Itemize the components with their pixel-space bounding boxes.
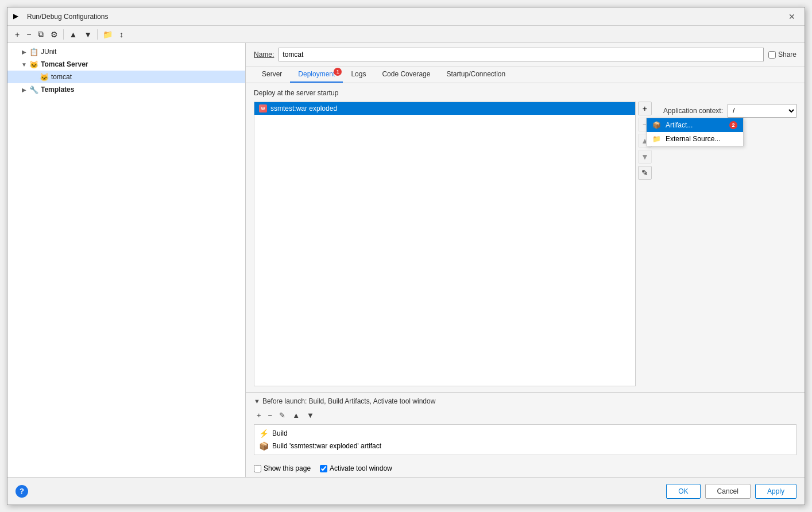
edit-artifact-button[interactable]: ✎ — [638, 166, 652, 180]
sidebar-item-tomcat[interactable]: 🐱 tomcat — [7, 71, 245, 83]
bl-up-button[interactable]: ▲ — [289, 410, 303, 421]
name-input[interactable] — [279, 48, 764, 61]
before-launch-toggle[interactable]: ▼ — [254, 398, 260, 405]
sidebar-item-label: Tomcat Server — [41, 60, 88, 68]
add-artifact-dropdown: 📦 Artifact... 2 📁 External Source... — [646, 118, 744, 146]
add-config-button[interactable]: + — [12, 28, 22, 41]
help-button[interactable]: ? — [16, 485, 28, 498]
artifact-item[interactable]: W ssmtest:war exploded — [254, 102, 635, 115]
dialog-icon: ▶ — [13, 12, 22, 21]
expand-arrow-tomcat: ▼ — [20, 60, 28, 68]
share-checkbox-label[interactable]: Share — [768, 51, 796, 59]
name-label: Name: — [254, 51, 274, 59]
bl-add-button[interactable]: + — [254, 410, 264, 421]
run-debug-configurations-dialog: ▶ Run/Debug Configurations ✕ + − ⧉ ⚙ ▲ ▼… — [7, 7, 805, 505]
app-context-label: Application context: — [663, 107, 723, 115]
external-source-menu-item[interactable]: 📁 External Source... — [647, 132, 743, 146]
before-launch-title: Before launch: Build, Build Artifacts, A… — [262, 397, 436, 405]
sidebar-item-junit[interactable]: ▶ 📋 JUnit — [7, 45, 245, 58]
tabs-bar: Server Deployment 1 Logs Code Coverage S… — [246, 67, 805, 83]
external-source-label: External Source... — [666, 135, 720, 143]
folder-button[interactable]: 📁 — [100, 28, 115, 41]
tab-code-coverage-label: Code Coverage — [382, 70, 430, 78]
tab-code-coverage[interactable]: Code Coverage — [374, 67, 438, 83]
bl-edit-button[interactable]: ✎ — [276, 410, 288, 421]
share-checkbox[interactable] — [768, 51, 776, 59]
tab-logs-label: Logs — [351, 70, 366, 78]
expand-arrow-templates: ▶ — [20, 86, 28, 94]
tab-server-label: Server — [262, 70, 282, 78]
build-artifact-icon: 📦 — [259, 441, 269, 451]
bl-item-build: ⚡ Build — [257, 427, 794, 440]
toolbar-separator-2 — [97, 29, 98, 40]
artifact-label: ssmtest:war exploded — [270, 104, 337, 113]
toolbar: + − ⧉ ⚙ ▲ ▼ 📁 ↕ — [7, 26, 805, 43]
sidebar-item-label: Templates — [41, 86, 74, 94]
before-launch-header: ▼ Before launch: Build, Build Artifacts,… — [254, 397, 796, 405]
show-page-checkbox[interactable] — [254, 465, 261, 472]
artifact-menu-icon: 📦 — [652, 121, 661, 129]
main-content: ▶ 📋 JUnit ▼ 🐱 Tomcat Server 🐱 tomcat ▶ 🔧 — [7, 43, 805, 477]
before-launch-toolbar: + − ✎ ▲ ▼ — [254, 410, 796, 421]
app-context-row: Application context: / — [663, 104, 796, 118]
tab-startup-connection-label: Startup/Connection — [446, 70, 505, 78]
copy-config-button[interactable]: ⧉ — [35, 28, 47, 41]
ok-button[interactable]: OK — [666, 484, 700, 499]
deployment-tab-content: Deploy at the server startup W ssmtest:w… — [246, 83, 805, 392]
add-artifact-container: + 📦 Artifact... 2 📁 — [638, 102, 652, 115]
artifact-list: W ssmtest:war exploded — [254, 102, 635, 386]
junit-icon: 📋 — [29, 47, 38, 56]
tab-deployment-label: Deployment — [298, 70, 335, 78]
tomcat-server-icon: 🐱 — [29, 60, 38, 69]
bl-down-button[interactable]: ▼ — [304, 410, 317, 421]
add-artifact-button[interactable]: + — [638, 102, 652, 115]
settings-config-button[interactable]: ⚙ — [48, 28, 61, 41]
deploy-area: W ssmtest:war exploded + — [254, 102, 796, 386]
tab-startup-connection[interactable]: Startup/Connection — [438, 67, 513, 83]
left-panel: ▶ 📋 JUnit ▼ 🐱 Tomcat Server 🐱 tomcat ▶ 🔧 — [7, 43, 246, 477]
show-page-checkbox-label[interactable]: Show this page — [254, 464, 311, 472]
bl-remove-button[interactable]: − — [265, 410, 276, 421]
share-label-text: Share — [778, 51, 796, 59]
external-source-icon: 📁 — [652, 135, 661, 143]
title-bar-left: ▶ Run/Debug Configurations — [13, 12, 108, 21]
right-panel: Name: Share Server Deployment 1 Logs — [246, 43, 805, 477]
deploy-at-startup-label: Deploy at the server startup — [254, 89, 796, 97]
sidebar-item-tomcat-server[interactable]: ▼ 🐱 Tomcat Server — [7, 58, 245, 71]
app-context-select[interactable]: / — [728, 104, 796, 118]
move-up-button[interactable]: ▲ — [66, 28, 80, 41]
dialog-title: Run/Debug Configurations — [27, 13, 108, 21]
activate-window-checkbox[interactable] — [320, 465, 327, 472]
activate-window-label: Activate tool window — [330, 464, 392, 472]
apply-button[interactable]: Apply — [755, 484, 796, 499]
sidebar-item-label: JUnit — [41, 48, 56, 56]
artifact-badge: 2 — [729, 121, 737, 129]
bl-item-build-artifact: 📦 Build 'ssmtest:war exploded' artifact — [257, 440, 794, 452]
artifact-menu-item[interactable]: 📦 Artifact... 2 — [647, 118, 743, 132]
activate-window-checkbox-label[interactable]: Activate tool window — [320, 464, 392, 472]
sort-button[interactable]: ↕ — [117, 28, 126, 41]
artifact-menu-label: Artifact... — [666, 121, 693, 129]
bottom-checkboxes: Show this page Activate tool window — [246, 460, 805, 477]
bl-item-build-label: Build — [272, 429, 288, 437]
expand-arrow-tomcat-child — [30, 73, 38, 81]
move-down-button[interactable]: ▼ — [81, 28, 95, 41]
toolbar-separator — [63, 29, 64, 40]
artifact-section: W ssmtest:war exploded + — [254, 102, 654, 386]
move-artifact-down-button[interactable]: ▼ — [638, 150, 652, 164]
cancel-button[interactable]: Cancel — [705, 484, 751, 499]
remove-config-button[interactable]: − — [24, 28, 34, 41]
tab-server[interactable]: Server — [254, 67, 290, 83]
footer-right: OK Cancel Apply — [666, 484, 796, 499]
sidebar-item-label: tomcat — [51, 73, 72, 81]
show-page-label: Show this page — [264, 464, 311, 472]
name-row: Name: Share — [246, 43, 805, 67]
sidebar-item-templates[interactable]: ▶ 🔧 Templates — [7, 83, 245, 96]
close-button[interactable]: ✕ — [785, 11, 799, 22]
tab-deployment[interactable]: Deployment 1 — [290, 67, 343, 83]
build-icon: ⚡ — [259, 429, 269, 438]
title-bar: ▶ Run/Debug Configurations ✕ — [7, 7, 805, 26]
dialog-footer: ? OK Cancel Apply — [7, 477, 805, 505]
artifact-side-buttons: + 📦 Artifact... 2 📁 — [636, 102, 654, 386]
tab-logs[interactable]: Logs — [343, 67, 374, 83]
